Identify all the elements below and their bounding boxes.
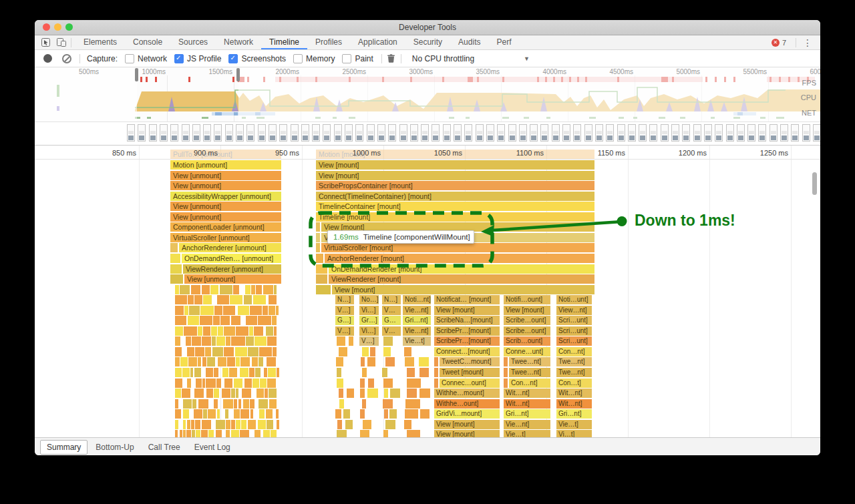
flame-bar[interactable]: Noti…unt] bbox=[556, 295, 592, 304]
flame-bar-small[interactable] bbox=[208, 430, 214, 437]
flame-bar-small[interactable] bbox=[217, 409, 220, 419]
flame-bar-small[interactable] bbox=[220, 316, 230, 325]
flame-bar-small[interactable] bbox=[360, 389, 365, 398]
flame-bar-small[interactable] bbox=[216, 379, 221, 388]
flame-bar-small[interactable] bbox=[260, 379, 266, 388]
flame-bar-small[interactable] bbox=[267, 420, 273, 429]
flame-bar-small[interactable] bbox=[198, 357, 201, 366]
flame-bar-small[interactable] bbox=[224, 326, 235, 336]
filmstrip-frame[interactable] bbox=[291, 124, 299, 142]
capture-option-screenshots[interactable]: Screenshots bbox=[228, 54, 286, 63]
flame-bar-small[interactable] bbox=[264, 368, 267, 377]
flame-bar-small[interactable] bbox=[187, 379, 191, 388]
filmstrip-frame[interactable] bbox=[192, 124, 200, 142]
detail-tab-event-log[interactable]: Event Log bbox=[188, 441, 236, 454]
flame-bar-small[interactable] bbox=[252, 379, 259, 388]
flame-bar[interactable]: View [mount] bbox=[434, 420, 500, 429]
flame-bar-small[interactable] bbox=[266, 326, 273, 336]
detail-tab-call-tree[interactable]: Call Tree bbox=[142, 441, 186, 454]
flame-bar-small[interactable] bbox=[175, 368, 182, 377]
flame-bar-small[interactable] bbox=[256, 285, 262, 294]
flame-bar-small[interactable] bbox=[234, 409, 240, 419]
flame-bar-small[interactable] bbox=[345, 420, 353, 429]
flame-bar-small[interactable] bbox=[367, 389, 378, 398]
flame-bar[interactable]: N…] bbox=[335, 295, 354, 304]
filmstrip-frame[interactable] bbox=[606, 124, 614, 142]
flame-bar-small[interactable] bbox=[238, 306, 249, 315]
flame-bar-small[interactable] bbox=[184, 306, 188, 315]
flame-bar-small[interactable] bbox=[203, 326, 210, 336]
flame-bar[interactable]: V…] bbox=[335, 326, 354, 336]
flame-bar[interactable]: Con…nt] bbox=[509, 379, 550, 388]
filmstrip-frame[interactable] bbox=[312, 124, 320, 142]
flame-bar-small[interactable] bbox=[192, 399, 196, 409]
vertical-scrollbar[interactable] bbox=[812, 172, 817, 195]
flame-bar[interactable]: Connec…ount] bbox=[440, 379, 500, 388]
flame-bar-small[interactable] bbox=[231, 316, 241, 325]
flame-bar-small[interactable] bbox=[180, 357, 188, 366]
flame-bar[interactable]: View [mount] bbox=[504, 306, 550, 315]
filmstrip-frame[interactable] bbox=[454, 124, 462, 142]
flame-bar-small[interactable] bbox=[434, 357, 438, 366]
flame-bar-small[interactable] bbox=[383, 336, 393, 346]
flame-bar-small[interactable] bbox=[263, 306, 268, 315]
flame-bar-small[interactable] bbox=[316, 264, 327, 274]
flame-bar-small[interactable] bbox=[337, 368, 341, 377]
filmstrip-frame[interactable] bbox=[770, 124, 778, 142]
flame-bar-small[interactable] bbox=[236, 420, 240, 429]
flame-bar-small[interactable] bbox=[269, 295, 277, 304]
flame-bar-small[interactable] bbox=[175, 347, 182, 356]
flame-bar-small[interactable] bbox=[339, 347, 347, 356]
flame-bar-small[interactable] bbox=[210, 285, 218, 294]
flame-bar-small[interactable] bbox=[175, 295, 187, 304]
flame-bar-small[interactable] bbox=[383, 379, 393, 388]
flame-bar[interactable]: GridVi…mount] bbox=[434, 409, 500, 419]
flame-bar-small[interactable] bbox=[182, 389, 190, 398]
flame-bar-small[interactable] bbox=[370, 347, 375, 356]
capture-option-paint[interactable]: Paint bbox=[342, 54, 373, 63]
flame-bar-small[interactable] bbox=[214, 368, 218, 377]
flame-bar-small[interactable] bbox=[225, 409, 228, 419]
flame-bar-small[interactable] bbox=[170, 254, 180, 263]
flame-bar-small[interactable] bbox=[200, 306, 214, 315]
flame-bar-small[interactable] bbox=[255, 368, 260, 377]
flame-bar-small[interactable] bbox=[241, 420, 246, 429]
flame-bar-small[interactable] bbox=[236, 357, 240, 366]
flame-bar-small[interactable] bbox=[336, 357, 344, 366]
flame-bar-small[interactable] bbox=[236, 326, 248, 336]
flame-bar-small[interactable] bbox=[192, 430, 195, 437]
flame-bar-small[interactable] bbox=[231, 389, 235, 398]
filmstrip-frame[interactable] bbox=[399, 124, 407, 142]
flame-bar-small[interactable] bbox=[212, 347, 224, 356]
flame-bar-small[interactable] bbox=[170, 274, 183, 284]
flame-bar-small[interactable] bbox=[234, 379, 243, 388]
tab-network[interactable]: Network bbox=[216, 35, 261, 49]
detail-tab-bottom-up[interactable]: Bottom-Up bbox=[90, 441, 140, 454]
flame-bar[interactable]: Connect(TimelineContainer) [mount] bbox=[316, 192, 594, 201]
flame-bar-small[interactable] bbox=[269, 399, 277, 409]
flame-bar-small[interactable] bbox=[175, 399, 178, 409]
cpu-throttling-select[interactable]: No CPU throttling ▼ bbox=[412, 54, 530, 63]
flame-bar-small[interactable] bbox=[244, 295, 252, 304]
flame-bar-small[interactable] bbox=[254, 326, 263, 336]
capture-option-memory[interactable]: Memory bbox=[293, 54, 335, 63]
flame-bar-small[interactable] bbox=[276, 409, 279, 419]
flame-bar-small[interactable] bbox=[404, 420, 411, 429]
filmstrip-frame[interactable] bbox=[323, 124, 331, 142]
flame-bar-small[interactable] bbox=[183, 409, 189, 419]
flame-bar-small[interactable] bbox=[208, 409, 216, 419]
flame-bar-small[interactable] bbox=[362, 368, 367, 377]
flame-bar-small[interactable] bbox=[224, 347, 234, 356]
flame-bar[interactable]: ScribePr…[mount] bbox=[434, 326, 500, 336]
flame-bar[interactable]: Vi…] bbox=[359, 326, 379, 336]
timeline-overview[interactable]: 500ms1000ms1500ms2000ms2500ms3000ms3500m… bbox=[35, 67, 820, 122]
flame-bar-small[interactable] bbox=[203, 295, 212, 304]
filmstrip-frame[interactable] bbox=[476, 124, 484, 142]
flame-bar-small[interactable] bbox=[194, 295, 202, 304]
filmstrip-frame[interactable] bbox=[170, 124, 178, 142]
flame-bar-small[interactable] bbox=[224, 379, 233, 388]
flame-bar-small[interactable] bbox=[194, 368, 202, 377]
flame-bar-small[interactable] bbox=[244, 379, 252, 388]
flame-bar-small[interactable] bbox=[207, 357, 215, 366]
flame-bar[interactable]: ViewRenderer [mount] bbox=[329, 274, 594, 284]
